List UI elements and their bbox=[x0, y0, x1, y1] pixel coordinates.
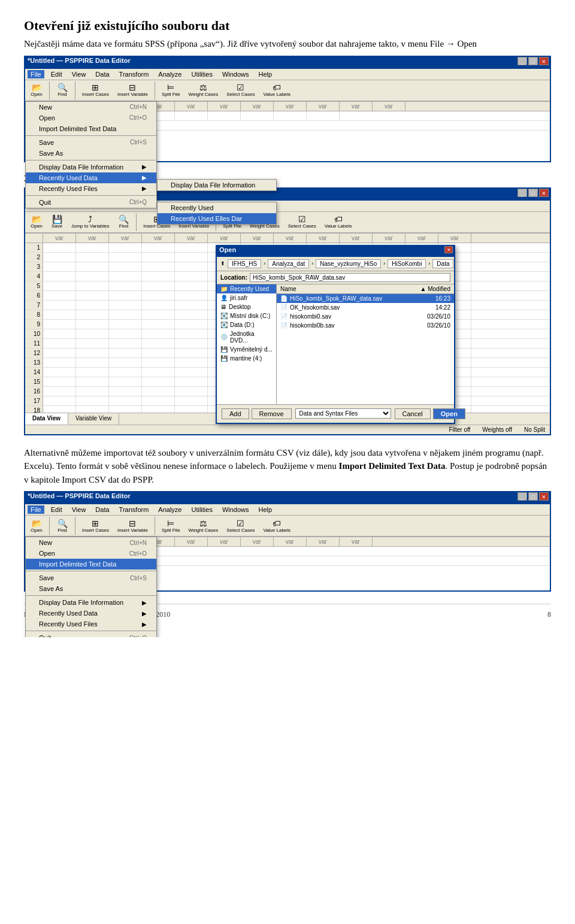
menu-utilities[interactable]: Utilities bbox=[188, 70, 215, 78]
tb-select[interactable]: ☑ Select Cases bbox=[223, 81, 258, 99]
place-removable[interactable]: 💾 Vyměnitelný d... bbox=[217, 345, 276, 354]
w3-menu-item-open[interactable]: Open Ctrl+O bbox=[26, 548, 156, 559]
menu-item-import[interactable]: Import Delimited Text Data bbox=[26, 123, 156, 134]
w3-menu-item-recently-files[interactable]: Recently Used Files ▶ bbox=[26, 619, 156, 629]
tb-insert-var[interactable]: ⊟ Insert Variable bbox=[114, 81, 151, 99]
tb-find[interactable]: 🔍 Find bbox=[53, 81, 71, 99]
breadcrumb-analyza[interactable]: Analyza_dat bbox=[268, 259, 309, 268]
minimize-button[interactable]: _ bbox=[518, 57, 527, 65]
insert-var-icon: ⊟ bbox=[129, 83, 136, 92]
menu-transform[interactable]: Transform bbox=[116, 70, 152, 78]
tb3-insert-var[interactable]: ⊟ Insert Variable bbox=[114, 517, 151, 535]
display-submenu-item1[interactable]: Display Data File Information bbox=[158, 180, 276, 190]
breadcrumb-nase[interactable]: Nase_vyzkumy_HiSo bbox=[316, 259, 381, 268]
tb-value-labels[interactable]: 🏷 Value Labels bbox=[260, 81, 293, 99]
recently-submenu-item1[interactable]: Recently Used bbox=[158, 202, 276, 213]
menu-item-save[interactable]: Save Ctrl+S bbox=[26, 137, 156, 148]
close-button-2[interactable]: ✕ bbox=[539, 189, 549, 197]
place-recently-used[interactable]: 📁 Recently Used bbox=[217, 284, 276, 293]
tb-open[interactable]: 📂 Open bbox=[28, 81, 46, 99]
maximize-button-2[interactable]: □ bbox=[528, 189, 538, 197]
w3-menu-item-recently-data[interactable]: Recently Used Data ▶ bbox=[26, 608, 156, 619]
minimize-button-2[interactable]: _ bbox=[518, 189, 527, 197]
tb2-find[interactable]: 🔍 Find bbox=[114, 213, 132, 231]
dialog-close[interactable]: ✕ bbox=[444, 246, 453, 253]
w3-menu-item-new[interactable]: New Ctrl+N bbox=[26, 537, 156, 548]
w3-menu-item-import[interactable]: Import Delimited Text Data bbox=[26, 559, 156, 569]
tb3-insert-cases[interactable]: ⊞ Insert Cases bbox=[79, 517, 112, 535]
place-data-d[interactable]: 💽 Data (D:) bbox=[217, 320, 276, 329]
place-jiri[interactable]: 👤 jiri.safr bbox=[217, 293, 276, 302]
menu3-file[interactable]: File bbox=[28, 505, 44, 514]
menu3-data[interactable]: Data bbox=[92, 505, 112, 514]
remove-button[interactable]: Remove bbox=[252, 408, 292, 419]
tb2-save[interactable]: 💾 Save bbox=[48, 213, 66, 231]
menu-item-saveas[interactable]: Save As bbox=[26, 148, 156, 159]
menu-item-new[interactable]: New Ctrl+N bbox=[26, 102, 156, 113]
tb-insert-cases[interactable]: ⊞ Insert Cases bbox=[79, 81, 112, 99]
place-local-c[interactable]: 💽 Místní disk (C:) bbox=[217, 311, 276, 320]
file-item-1[interactable]: 📄 HiSo_kombi_Spok_RAW_data.sav 16:23 bbox=[277, 294, 454, 303]
file-type-select[interactable]: Data and Syntax Files bbox=[295, 408, 391, 419]
menu-edit[interactable]: Edit bbox=[48, 70, 65, 78]
tb3-select[interactable]: ☑ Select Cases bbox=[223, 517, 258, 535]
tb3-value-labels[interactable]: 🏷 Value Labels bbox=[260, 517, 293, 535]
select3-icon: ☑ bbox=[237, 519, 244, 528]
close-button-3[interactable]: ✕ bbox=[539, 492, 549, 501]
breadcrumb-hisokombi[interactable]: HiSoKombi bbox=[388, 259, 426, 268]
tb3-split[interactable]: ⊨ Split File bbox=[159, 517, 183, 535]
place-desktop[interactable]: 🖥 Desktop bbox=[217, 302, 276, 311]
file-item-4[interactable]: 📄 hisokombi0b.sav 03/26/10 bbox=[277, 321, 454, 330]
menu-analyze[interactable]: Analyze bbox=[155, 70, 184, 78]
tb-split[interactable]: ⊨ Split File bbox=[159, 81, 183, 99]
menu-item-display[interactable]: Display Data File Information ▶ bbox=[26, 162, 156, 172]
tab-variable-view[interactable]: Variable View bbox=[68, 413, 119, 425]
menu-item-quit[interactable]: Quit Ctrl+Q bbox=[26, 197, 156, 208]
w3-menu-item-quit[interactable]: Quit Ctrl+Q bbox=[26, 632, 156, 637]
tb3-weight[interactable]: ⚖ Weight Cases bbox=[186, 517, 222, 535]
menu3-windows[interactable]: Windows bbox=[219, 505, 252, 514]
file-name-4: hisokombi0b.sav bbox=[290, 322, 424, 329]
menu3-help[interactable]: Help bbox=[256, 505, 276, 514]
open-file-button[interactable]: Open bbox=[433, 408, 465, 419]
menu-data[interactable]: Data bbox=[92, 70, 112, 78]
close-button[interactable]: ✕ bbox=[539, 57, 549, 65]
tab-data-view[interactable]: Data View bbox=[25, 413, 68, 425]
tb2-jump[interactable]: ⤴ Jump to Variables bbox=[68, 213, 112, 231]
maximize-button-3[interactable]: □ bbox=[528, 492, 538, 501]
menu-view[interactable]: View bbox=[69, 70, 89, 78]
menu-item-recently-files[interactable]: Recently Used Files ▶ bbox=[26, 183, 156, 194]
location-input[interactable] bbox=[250, 273, 450, 282]
cancel-button[interactable]: Cancel bbox=[395, 408, 431, 419]
tb-weight[interactable]: ⚖ Weight Cases bbox=[186, 81, 222, 99]
place-mantine[interactable]: 💾 mantine (4:) bbox=[217, 354, 276, 363]
recently-submenu-item2[interactable]: Recently Used Elles Dar bbox=[158, 213, 276, 224]
menu-item-open[interactable]: Open Ctrl+O bbox=[26, 113, 156, 123]
menu-help[interactable]: Help bbox=[256, 70, 276, 78]
file-item-2[interactable]: 📄 OK_hisokombi.sav 14:22 bbox=[277, 303, 454, 312]
main-heading: Otevření již existujícího souboru dat bbox=[24, 18, 551, 34]
tb2-open[interactable]: 📂 Open bbox=[28, 213, 46, 231]
menu3-utilities[interactable]: Utilities bbox=[188, 505, 215, 514]
breadcrumb-data[interactable]: Data bbox=[432, 259, 453, 268]
menu3-transform[interactable]: Transform bbox=[116, 505, 152, 514]
menu-windows[interactable]: Windows bbox=[219, 70, 252, 78]
breadcrumb-ifhs[interactable]: IFHS_HS bbox=[228, 259, 261, 268]
menu3-view[interactable]: View bbox=[69, 505, 89, 514]
menu-file[interactable]: File bbox=[28, 70, 44, 78]
maximize-button[interactable]: □ bbox=[528, 57, 538, 65]
tb2-select[interactable]: ☑ Select Cases bbox=[285, 213, 319, 231]
menu3-edit[interactable]: Edit bbox=[48, 505, 65, 514]
add-button[interactable]: Add bbox=[222, 408, 249, 419]
minimize-button-3[interactable]: _ bbox=[518, 492, 527, 501]
tb2-value-labels[interactable]: 🏷 Value Labels bbox=[322, 213, 355, 231]
menu3-analyze[interactable]: Analyze bbox=[155, 505, 184, 514]
w3-menu-item-display[interactable]: Display Data File Information ▶ bbox=[26, 597, 156, 608]
w3-menu-item-saveas[interactable]: Save As bbox=[26, 583, 156, 594]
tb3-open[interactable]: 📂 Open bbox=[28, 517, 46, 535]
menu-item-recently-data[interactable]: Recently Used Data ▶ bbox=[26, 172, 156, 183]
file-item-3[interactable]: 📄 hisokombi0.sav 03/26/10 bbox=[277, 312, 454, 321]
tb3-find[interactable]: 🔍 Find bbox=[53, 517, 71, 535]
w3-menu-item-save[interactable]: Save Ctrl+S bbox=[26, 572, 156, 583]
place-dvd[interactable]: 💿 Jednotka DVD... bbox=[217, 329, 276, 345]
